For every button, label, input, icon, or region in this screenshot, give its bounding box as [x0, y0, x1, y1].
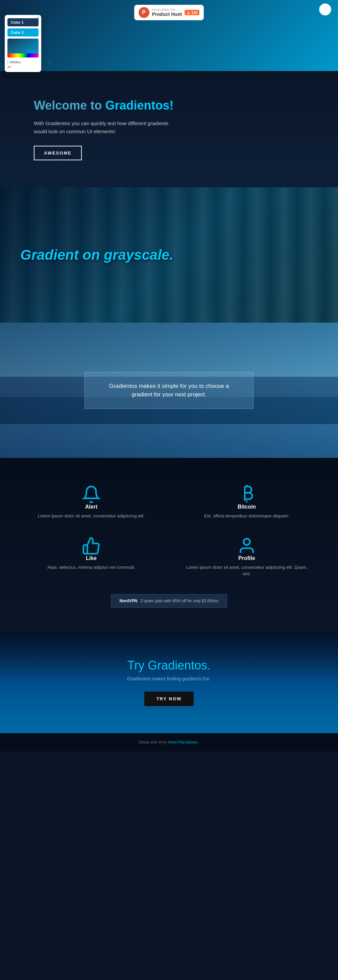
hero-title-highlight: Gradientos!: [105, 99, 173, 112]
features-grid: Alert Lorem ipsum dolor sit amet, consec…: [27, 485, 311, 577]
ph-featured-label: FEATURED ON: [152, 8, 182, 11]
product-hunt-badge[interactable]: P FEATURED ON Product Hunt ▲ 115: [134, 5, 204, 20]
footer-author-link[interactable]: Henri Parviainen.: [168, 740, 199, 745]
grayscale-section: Gradient on grayscale.: [0, 187, 338, 323]
feature-like-title: Like: [86, 555, 97, 562]
hex-input-row: ▲ ▼: [8, 59, 38, 65]
hex-up-arrow[interactable]: ▲: [49, 59, 51, 62]
header: P FEATURED ON Product Hunt ▲ 115 ☾ × Col…: [0, 0, 338, 71]
alert-icon: [82, 485, 101, 504]
hex-swatch: [8, 60, 8, 65]
feature-like: Like Alias, delectus, minima adipisci ve…: [27, 536, 156, 577]
features-section: Alert Lorem ipsum dolor sit amet, consec…: [0, 458, 338, 632]
ph-count: ▲ 115: [184, 10, 200, 15]
ph-name: Product Hunt: [152, 11, 182, 17]
gradient-preview: [8, 38, 38, 57]
cta-button[interactable]: TRY NOW: [144, 692, 194, 706]
ph-count-number: 115: [191, 11, 197, 14]
product-hunt-text: FEATURED ON Product Hunt: [152, 8, 182, 17]
cta-subtitle: Gradientos makes finding gradients fun.: [127, 676, 211, 681]
feature-bitcoin-title: Bitcoin: [238, 504, 256, 510]
footer: Made with ♥ by Henri Parviainen.: [0, 733, 338, 751]
like-icon: [82, 536, 101, 555]
cta-title: Try Gradientos.: [127, 659, 211, 673]
city-section: Gradientos makes it simple for you to ch…: [0, 323, 338, 458]
product-hunt-icon: P: [138, 7, 149, 18]
awesome-button[interactable]: AWESOME: [34, 146, 82, 160]
hex-down-arrow[interactable]: ▼: [49, 62, 51, 65]
profile-icon: [237, 536, 256, 555]
panel-close-button[interactable]: ×: [37, 16, 39, 20]
feature-alert-title: Alert: [85, 504, 97, 510]
city-text-box: Gradientos makes it simple for you to ch…: [84, 372, 254, 409]
feature-alert: Alert Lorem ipsum dolor sit amet, consec…: [27, 485, 156, 519]
hero-section: Welcome to Gradientos! With Gradientos y…: [0, 71, 338, 187]
color2-button[interactable]: Color 2: [8, 29, 38, 37]
feature-alert-desc: Lorem ipsum dolor sit amet, consectetur …: [38, 513, 144, 519]
feature-bitcoin: Bitcoin Est, officia temporibus doloremq…: [182, 485, 311, 519]
color1-button[interactable]: Color 1: [8, 18, 38, 26]
feature-bitcoin-desc: Est, officia temporibus doloremque aliqu…: [204, 513, 290, 519]
feature-like-desc: Alias, delectus, minima adipisci vel com…: [47, 564, 135, 571]
cta-section: Try Gradientos. Gradientos makes finding…: [0, 632, 338, 733]
footer-made-with: Made with: [139, 740, 158, 745]
feature-profile: Profile Lorem ipsum dolor sit amet, cons…: [182, 536, 311, 577]
footer-by: by: [162, 740, 167, 745]
theme-toggle-button[interactable]: ☾: [319, 3, 331, 16]
hero-title-normal: Welcome to: [34, 99, 102, 112]
feature-profile-desc: Lorem ipsum dolor sit amet, consectetur …: [182, 564, 311, 577]
hex-arrows: ▲ ▼: [49, 59, 51, 65]
svg-point-3: [244, 539, 250, 545]
theme-toggle-icon: ☾: [323, 6, 327, 13]
hero-description: With Gradientos you can quickly test how…: [34, 119, 176, 135]
feature-profile-title: Profile: [238, 555, 255, 562]
grayscale-heading: Gradient on grayscale.: [0, 247, 173, 263]
angle-row: 45°: [8, 65, 38, 68]
color-picker-panel: × Color 1 Color 2 ▲ ▼ 45°: [5, 15, 41, 72]
ph-triangle-icon: ▲: [187, 11, 190, 14]
ad-brand: NordVPN: [119, 598, 137, 603]
hex-input[interactable]: [10, 60, 47, 64]
angle-label: 45°: [8, 65, 12, 68]
ad-banner[interactable]: NordVPN 2-years plan with 65% off for on…: [111, 594, 227, 608]
city-description: Gradientos makes it simple for you to ch…: [98, 382, 240, 399]
ad-text: 2-years plan with 65% off for only $3.65…: [141, 598, 219, 603]
bitcoin-icon: [237, 485, 256, 504]
cta-city-overlay: [0, 632, 338, 733]
footer-heart-icon: ♥: [159, 740, 161, 745]
hero-title: Welcome to Gradientos!: [34, 98, 318, 113]
